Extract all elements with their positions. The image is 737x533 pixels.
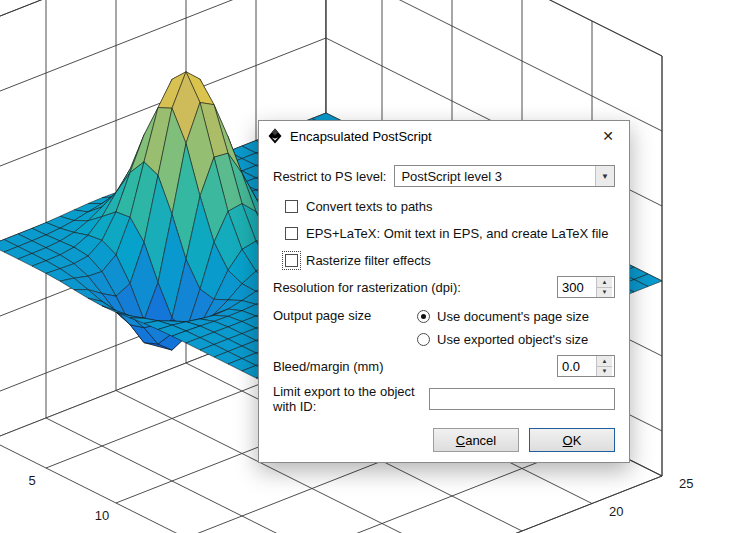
bleed-margin-label: Bleed/margin (mm) [273,359,384,374]
object-id-input[interactable] [429,388,615,410]
limit-export-label: Limit export to the object with ID: [273,384,421,414]
inkscape-logo-icon [267,128,283,144]
checkbox-eps-latex[interactable] [285,227,298,240]
svg-text:20: 20 [609,504,623,519]
svg-text:10: 10 [95,508,109,523]
checkbox-label: EPS+LaTeX: Omit text in EPS, and create … [306,226,608,241]
output-page-size-label: Output page size [273,308,371,323]
radio-label: Use document's page size [437,309,589,324]
checkbox-label: Convert texts to paths [306,199,432,214]
page-size-options: Use document's page size Use exported ob… [417,308,615,347]
ps-level-row: Restrict to PS level: PostScript level 3… [273,165,615,187]
spin-up-icon[interactable]: ▲ [597,356,612,366]
resolution-spin-buttons: ▲ ▼ [596,277,612,297]
checkbox-rasterize-filter-effects[interactable] [285,254,298,267]
dialog-content: Restrict to PS level: PostScript level 3… [259,151,629,462]
ps-level-label: Restrict to PS level: [273,169,386,184]
bleed-margin-row: Bleed/margin (mm) ▲ ▼ [273,355,615,377]
checkbox-convert-texts-to-paths[interactable] [285,200,298,213]
svg-text:25: 25 [679,476,693,491]
limit-export-row: Limit export to the object with ID: [273,388,615,410]
radio-label: Use exported object's size [437,332,588,347]
bleed-spinbox: ▲ ▼ [557,355,615,377]
bleed-spin-buttons: ▲ ▼ [596,356,612,376]
dialog-titlebar[interactable]: Encapsulated PostScript ✕ [259,121,629,151]
chevron-down-icon[interactable]: ▼ [595,166,614,186]
bleed-input[interactable] [558,356,596,376]
output-page-size-row: Output page size Use document's page siz… [273,308,615,347]
radio-use-exported-object-size[interactable]: Use exported object's size [417,331,615,347]
radio-use-document-page-size[interactable]: Use document's page size [417,308,615,324]
radio-icon[interactable] [417,310,430,323]
radio-icon[interactable] [417,333,430,346]
convert-texts-row: Convert texts to paths [273,198,615,214]
resolution-label: Resolution for rasterization (dpi): [273,280,461,295]
spin-down-icon[interactable]: ▼ [597,287,612,298]
ps-level-value: PostScript level 3 [395,169,595,184]
eps-latex-row: EPS+LaTeX: Omit text in EPS, and create … [273,225,615,241]
ps-level-combobox[interactable]: PostScript level 3 ▼ [394,165,615,187]
spin-down-icon[interactable]: ▼ [597,366,612,377]
resolution-input[interactable] [558,277,596,297]
dialog-title: Encapsulated PostScript [290,129,432,144]
spin-up-icon[interactable]: ▲ [597,277,612,287]
ok-button[interactable]: OK [529,428,615,452]
resolution-spinbox: ▲ ▼ [557,276,615,298]
cancel-button[interactable]: Cancel [433,428,519,452]
rasterize-filter-row: Rasterize filter effects [273,252,615,268]
close-icon[interactable]: ✕ [597,125,619,147]
resolution-row: Resolution for rasterization (dpi): ▲ ▼ [273,276,615,298]
eps-export-dialog: Encapsulated PostScript ✕ Restrict to PS… [258,120,630,463]
svg-text:5: 5 [28,473,35,488]
checkbox-label: Rasterize filter effects [306,253,431,268]
dialog-buttons-row: Cancel OK [273,428,615,452]
